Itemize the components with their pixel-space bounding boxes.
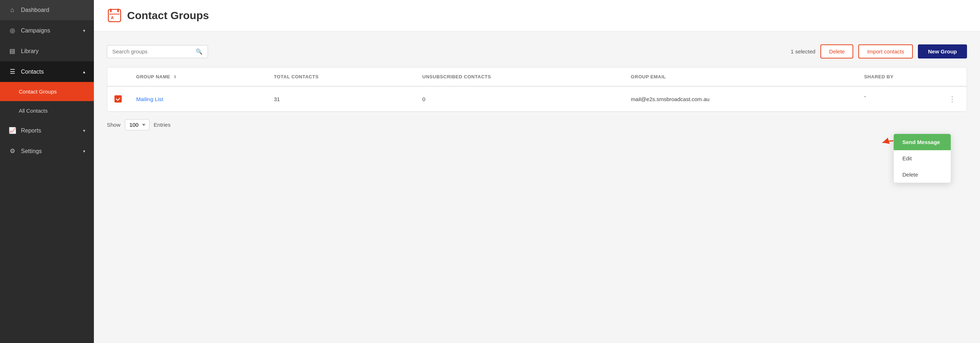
sidebar-item-label: Contacts	[21, 68, 44, 75]
sidebar-item-label: Reports	[21, 127, 41, 134]
import-contacts-button[interactable]: Import contacts	[858, 44, 913, 59]
page-title: Contact Groups	[127, 10, 209, 22]
content-area: 🔍 1 selected Delete Import contacts New …	[94, 32, 980, 343]
contacts-icon: ☰	[9, 68, 16, 75]
row-total-contacts: 31	[266, 86, 415, 111]
reports-icon: 📈	[9, 127, 16, 134]
sort-icon: ⬆	[173, 75, 177, 79]
svg-text:A: A	[111, 16, 114, 20]
sidebar: ⌂ Dashboard ◎ Campaigns ▾ ▤ Library ☰ Co…	[0, 0, 94, 343]
settings-icon: ⚙	[9, 147, 16, 155]
show-label: Show	[107, 122, 121, 128]
page-header-icon: A	[107, 8, 122, 23]
entries-label: Entries	[154, 122, 171, 128]
campaigns-icon: ◎	[9, 27, 16, 34]
context-menu-dropdown: Send Message Edit Delete	[893, 133, 951, 183]
header-total-contacts: TOTAL CONTACTS	[266, 68, 415, 86]
chevron-down-icon: ▾	[83, 28, 85, 33]
row-group-name: Mailing List	[129, 86, 266, 111]
sidebar-item-label: Settings	[21, 148, 42, 154]
send-message-menu-item[interactable]: Send Message	[894, 134, 951, 150]
chevron-up-icon: ▴	[83, 69, 85, 75]
page-header: A Contact Groups	[94, 0, 980, 32]
header-shared-by: SHARED BY	[857, 68, 967, 86]
main-content: A Contact Groups 🔍 1 selected Delete Imp…	[94, 0, 980, 343]
sidebar-item-label: Dashboard	[21, 7, 49, 13]
delete-button[interactable]: Delete	[820, 44, 853, 59]
row-group-email: mail@e2s.smsbroadcast.com.au	[624, 86, 857, 111]
selected-count: 1 selected	[791, 48, 815, 54]
edit-menu-item[interactable]: Edit	[894, 150, 951, 167]
sidebar-item-label: Library	[21, 48, 39, 54]
svg-rect-2	[110, 9, 111, 12]
row-shared-by: - ⋮	[857, 86, 967, 111]
row-actions-button[interactable]: ⋮	[945, 93, 959, 105]
header-unsubscribed-contacts: UNSUBSCRIBED CONTACTS	[415, 68, 624, 86]
sidebar-item-label: Campaigns	[21, 27, 50, 34]
sidebar-item-label: Contact Groups	[19, 89, 57, 95]
sidebar-item-contacts[interactable]: ☰ Contacts ▴	[0, 61, 94, 82]
header-checkbox-cell	[107, 68, 129, 86]
toolbar: 🔍 1 selected Delete Import contacts New …	[107, 44, 967, 59]
svg-rect-0	[108, 9, 121, 22]
svg-rect-4	[110, 14, 119, 14]
home-icon: ⌂	[9, 6, 16, 14]
sidebar-item-label: All Contacts	[19, 108, 48, 114]
library-icon: ▤	[9, 47, 16, 55]
new-group-button[interactable]: New Group	[918, 44, 967, 59]
entries-select[interactable]: 100 10 25 50	[125, 119, 150, 130]
delete-menu-item[interactable]: Delete	[894, 167, 951, 183]
group-name-link[interactable]: Mailing List	[136, 96, 163, 102]
sidebar-item-library[interactable]: ▤ Library	[0, 41, 94, 61]
sidebar-item-all-contacts[interactable]: All Contacts	[0, 101, 94, 120]
toolbar-right: 1 selected Delete Import contacts New Gr…	[791, 44, 967, 59]
chevron-down-icon: ▾	[83, 128, 85, 133]
sidebar-item-reports[interactable]: 📈 Reports ▾	[0, 120, 94, 141]
search-icon: 🔍	[196, 48, 202, 55]
header-group-email: GROUP EMAIL	[624, 68, 857, 86]
search-input[interactable]	[112, 48, 193, 54]
svg-rect-3	[117, 9, 119, 12]
chevron-down-icon: ▾	[83, 149, 85, 154]
row-checkbox[interactable]	[115, 95, 122, 103]
table-header-row: GROUP NAME ⬆ TOTAL CONTACTS UNSUBSCRIBED…	[107, 68, 967, 86]
header-group-name: GROUP NAME ⬆	[129, 68, 266, 86]
search-wrapper: 🔍	[107, 45, 208, 58]
table-footer: Show 100 10 25 50 Entries	[107, 119, 967, 130]
table-row: Mailing List 31 0 mail@e2s.smsbroadcast.…	[107, 86, 967, 111]
contacts-table: GROUP NAME ⬆ TOTAL CONTACTS UNSUBSCRIBED…	[107, 68, 967, 111]
sidebar-item-dashboard[interactable]: ⌂ Dashboard	[0, 0, 94, 20]
sidebar-item-campaigns[interactable]: ◎ Campaigns ▾	[0, 20, 94, 41]
row-unsubscribed-contacts: 0	[415, 86, 624, 111]
row-checkbox-cell[interactable]	[107, 86, 129, 111]
contacts-table-wrapper: GROUP NAME ⬆ TOTAL CONTACTS UNSUBSCRIBED…	[107, 67, 967, 112]
sidebar-item-contact-groups[interactable]: Contact Groups	[0, 82, 94, 101]
sidebar-item-settings[interactable]: ⚙ Settings ▾	[0, 141, 94, 161]
